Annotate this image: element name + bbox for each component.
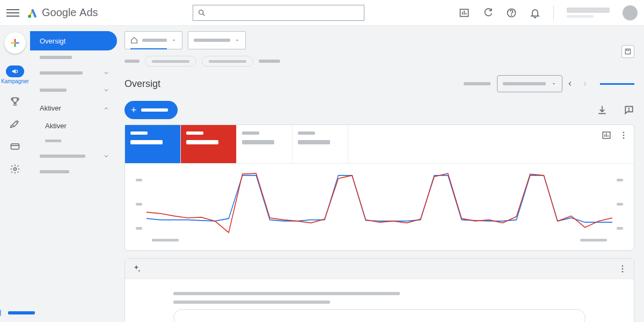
svg-rect-10 — [14, 43, 16, 47]
chevron-down-icon — [103, 70, 109, 76]
save-view-button[interactable] — [621, 45, 634, 58]
sparkle-icon — [131, 264, 141, 274]
svg-line-2 — [202, 13, 204, 16]
home-icon — [130, 36, 138, 44]
filter-chip[interactable] — [145, 56, 196, 67]
sidenav-item[interactable] — [30, 50, 117, 64]
filter-chips — [117, 52, 644, 75]
settings-icon[interactable] — [10, 164, 20, 174]
date-label — [464, 82, 491, 85]
svg-rect-13 — [11, 144, 19, 149]
sidenav-sub-item[interactable] — [45, 140, 61, 142]
new-campaign-button[interactable]: + — [125, 101, 178, 119]
date-next-button[interactable] — [577, 76, 592, 91]
nav-campaigns[interactable]: Kampagner — [1, 65, 29, 84]
feedback-icon[interactable] — [624, 105, 634, 115]
create-button[interactable] — [4, 32, 26, 54]
save-icon — [624, 48, 632, 55]
date-prev-button[interactable] — [562, 76, 577, 91]
account-switcher[interactable] — [567, 8, 610, 18]
metric-tile-1[interactable] — [125, 125, 181, 163]
accent-bar — [600, 83, 634, 85]
chevron-right-icon — [581, 80, 589, 87]
svg-rect-16 — [0, 310, 1, 316]
x-axis-end — [580, 239, 607, 241]
sidenav-assets-group[interactable]: Aktiver — [30, 99, 117, 118]
metric-tiles — [125, 125, 634, 164]
svg-rect-12 — [16, 42, 19, 44]
filter-chip[interactable] — [202, 56, 253, 67]
account-scope-dropdown[interactable] — [125, 31, 182, 49]
x-axis-start — [152, 239, 179, 241]
logo[interactable]: Google Ads — [27, 6, 98, 19]
plus-multicolor-icon — [10, 38, 20, 48]
metric-tile-4[interactable] — [292, 125, 348, 163]
megaphone-icon — [11, 68, 19, 75]
filter-label — [125, 60, 140, 63]
svg-point-25 — [623, 131, 625, 133]
sidenav-overview[interactable]: Oversigt — [30, 31, 117, 50]
sidenav-item[interactable] — [30, 64, 117, 82]
main-content: Oversigt + — [117, 26, 644, 322]
reports-icon[interactable] — [459, 8, 470, 18]
search-box[interactable] — [193, 5, 364, 21]
svg-point-28 — [622, 265, 624, 267]
tools-icon[interactable] — [10, 119, 20, 129]
app-header: Google Ads — [0, 0, 644, 26]
date-range-dropdown[interactable] — [497, 75, 562, 92]
metric-tile-2[interactable] — [181, 125, 237, 163]
performance-card — [125, 125, 634, 251]
metric-tile-3[interactable] — [237, 125, 292, 163]
search-icon — [197, 9, 206, 17]
chevron-down-icon — [103, 153, 109, 159]
expand-chart-icon[interactable] — [602, 130, 611, 140]
refresh-icon[interactable] — [482, 8, 493, 18]
svg-point-0 — [28, 14, 31, 18]
nav-rail: Kampagner — [0, 26, 30, 322]
google-ads-logo-icon — [27, 7, 39, 19]
svg-point-8 — [511, 14, 512, 15]
trophy-icon[interactable] — [10, 96, 20, 107]
more-vert-icon[interactable] — [619, 130, 628, 140]
download-icon[interactable] — [597, 105, 608, 115]
page-header: Oversigt — [117, 75, 644, 98]
caret-down-icon — [171, 38, 177, 43]
svg-point-1 — [199, 10, 203, 14]
page-title: Oversigt — [125, 78, 160, 90]
billing-icon[interactable] — [10, 141, 20, 152]
campaign-scope-dropdown[interactable] — [188, 31, 246, 49]
svg-point-26 — [623, 135, 625, 136]
line-chart-svg — [147, 169, 612, 239]
chevron-down-icon — [103, 87, 109, 93]
sidenav-item[interactable] — [30, 82, 117, 99]
sidenav-item[interactable] — [30, 165, 117, 179]
sidenav-assets-item[interactable]: Aktiver — [30, 118, 117, 134]
caret-down-icon — [551, 81, 557, 86]
device-icon — [0, 309, 3, 317]
brand-text: Google Ads — [42, 6, 98, 19]
add-filter[interactable] — [259, 60, 280, 63]
svg-rect-11 — [11, 42, 15, 44]
sidenav-item[interactable] — [30, 148, 117, 165]
chevron-up-icon — [103, 105, 109, 112]
svg-point-20 — [629, 111, 630, 111]
nav-campaigns-label: Kampagner — [1, 78, 29, 84]
more-vert-icon[interactable] — [618, 264, 627, 274]
avatar[interactable] — [623, 5, 638, 20]
menu-icon[interactable] — [6, 6, 19, 19]
svg-rect-18 — [625, 49, 630, 54]
side-nav: Oversigt Aktiver Aktiver — [30, 26, 117, 322]
divider — [553, 5, 554, 20]
help-icon[interactable] — [506, 8, 517, 18]
recommendations-card — [125, 258, 634, 322]
rail-footer-link[interactable] — [0, 309, 35, 317]
search-input[interactable] — [210, 9, 360, 17]
svg-rect-9 — [14, 39, 16, 43]
svg-point-30 — [622, 270, 624, 272]
chart — [125, 164, 634, 250]
recommendation-input[interactable] — [173, 309, 586, 322]
caret-down-icon — [235, 38, 240, 43]
notifications-icon[interactable] — [530, 8, 540, 18]
svg-point-29 — [622, 268, 624, 269]
svg-point-15 — [14, 168, 17, 171]
